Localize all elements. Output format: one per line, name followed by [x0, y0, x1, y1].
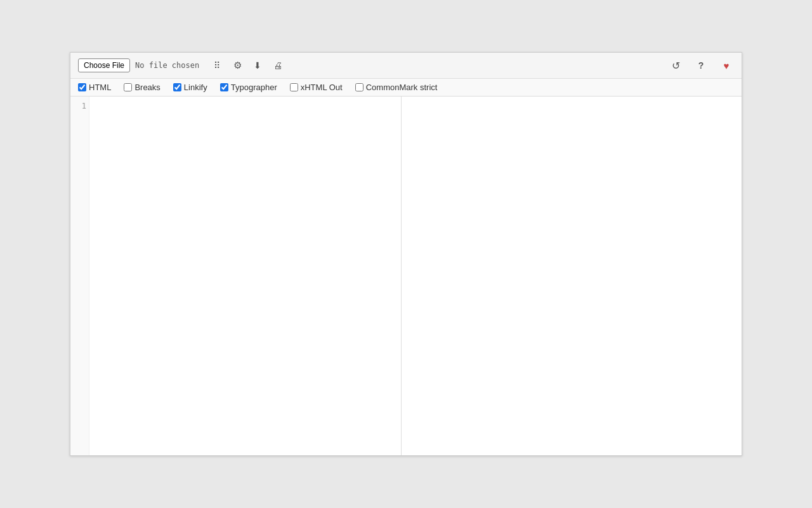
- checkbox-commonmark[interactable]: [355, 83, 363, 91]
- help-icon[interactable]: [693, 58, 709, 73]
- choose-file-button[interactable]: Choose File: [78, 58, 130, 72]
- no-file-text: No file chosen: [135, 61, 199, 70]
- checkbox-linkify[interactable]: [173, 83, 181, 91]
- option-commonmark[interactable]: CommonMark strict: [355, 83, 438, 92]
- refresh-icon[interactable]: [668, 58, 683, 73]
- toolbar: Choose File No file chosen: [70, 53, 742, 79]
- preview-pane: [402, 97, 742, 455]
- settings-icon[interactable]: [230, 58, 245, 73]
- line-numbers: 1: [70, 97, 89, 455]
- options-bar: HTML Breaks Linkify Typographer xHTML Ou…: [70, 79, 742, 97]
- app-container: Choose File No file chosen HTML Breaks: [70, 52, 742, 456]
- grid-icon[interactable]: [209, 58, 225, 73]
- option-xhtml[interactable]: xHTML Out: [290, 83, 343, 92]
- option-linkify[interactable]: Linkify: [173, 83, 207, 92]
- toolbar-right: [668, 58, 734, 73]
- option-typographer[interactable]: Typographer: [220, 83, 277, 92]
- line-number-1: 1: [73, 102, 86, 110]
- download-icon[interactable]: [250, 58, 265, 73]
- toolbar-left: Choose File No file chosen: [78, 58, 663, 73]
- option-breaks[interactable]: Breaks: [124, 83, 160, 92]
- checkbox-breaks[interactable]: [124, 83, 132, 91]
- print-icon[interactable]: [270, 58, 285, 73]
- heart-icon[interactable]: [719, 58, 734, 73]
- markdown-editor[interactable]: [89, 97, 401, 455]
- editor-pane: 1: [70, 97, 402, 455]
- checkbox-html[interactable]: [78, 83, 86, 91]
- checkbox-xhtml[interactable]: [290, 83, 298, 91]
- option-html[interactable]: HTML: [78, 83, 111, 92]
- editor-area: 1: [70, 97, 742, 455]
- checkbox-typographer[interactable]: [220, 83, 228, 91]
